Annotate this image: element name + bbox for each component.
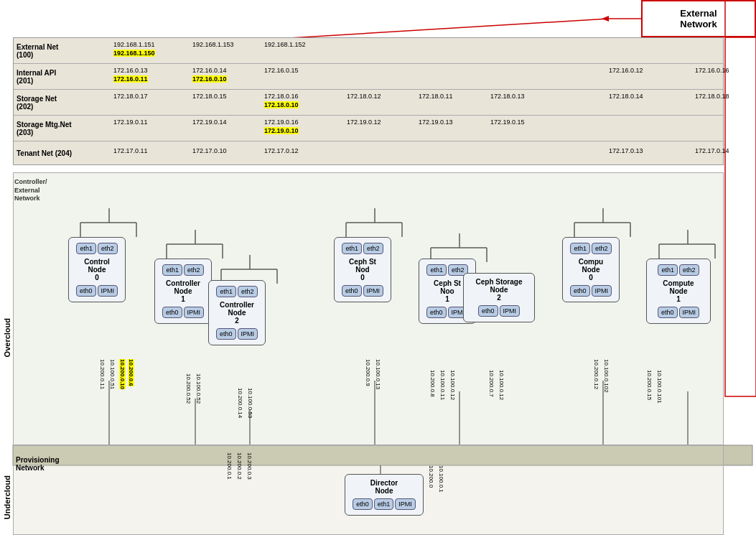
ceph1-eth0: eth0 [426,307,447,318]
ext-ip-highlight: 192.168.1.150 [113,50,155,57]
compute-node-1: eth1 eth2 ComputeNode1 eth0 IPMI [646,259,711,324]
cn2-bottom-row: eth0 IPMI [212,327,262,340]
cn0-vip1: 10.200.0.11 [99,359,106,389]
ceph0-eth1: eth1 [342,243,362,254]
cn0-title: ControlNode0 [72,256,122,283]
undercloud-label: Undercloud [3,475,11,519]
main-container: External Network → 192.168.1.1 [0,0,756,535]
comp1-vip2: 10.100.0.101 [656,370,663,404]
cn1-bottom-row: eth0 IPMI [158,306,208,319]
ceph-node-2: Ceph StorageNode2 eth0 IPMI [463,273,535,322]
ceph1-eth1: eth1 [426,264,447,276]
cn1-eth0: eth0 [162,307,182,318]
director-node: DirectorNode eth0 eth1 IPMI [345,474,424,516]
cn2-ipmi: IPMI [238,328,258,340]
cn0-eth0: eth0 [76,285,96,297]
api-ip-3: 172.16.0.15 [264,67,299,74]
dir-conn1: 10.200.0 [428,465,434,488]
cn0-ipmi: IPMI [98,285,118,297]
tenant-net-label: Tenant Net (204) [17,149,92,157]
cn1-title: ControllerNode1 [158,278,208,304]
controller-node-1: eth1 eth2 ControllerNode1 eth0 IPMI [154,259,212,324]
director-eth0: eth0 [353,498,373,510]
stor-ip-1: 172.18.0.17 [113,93,148,100]
comp0-vip2: 10.100.0.102 [603,359,610,393]
stor-ip-highlight: 172.18.0.10 [264,101,299,108]
smgmt-ip-2: 172.19.0.14 [192,118,227,126]
stor-ip-4: 172.18.0.12 [347,93,381,100]
cn1-eth2: eth2 [184,264,204,276]
cn1-vip2: 10.100.0.52 [195,373,202,404]
tenant-ip-4: 172.17.0.13 [609,147,643,154]
cn2-eth1: eth1 [216,286,236,297]
director-eth-row: eth0 eth1 IPMI [348,498,420,511]
ceph0-eth-row: eth1 eth2 [337,242,388,255]
cn0-vip4: 10.200.0.6 [128,359,134,386]
comp1-eth0: eth0 [658,307,678,318]
cn1-vip1: 10.200.0.52 [185,373,192,404]
network-table: External Net(100) 192.168.1.151 192.168.… [13,37,724,165]
cn2-vip1: 10.200.0.14 [237,388,243,418]
api-ip-5: 172.16.0.16 [695,67,729,74]
ceph2-title: Ceph StorageNode2 [467,276,531,303]
cn0-bottom-row: eth0 IPMI [72,284,122,297]
storage-mgmt-row: Storage Mtg.Net(203) 172.19.0.11 172.19.… [14,116,723,141]
smgmt-ip-4: 172.19.0.12 [347,118,381,126]
ceph2-vip1: 10.200.0.7 [488,370,495,397]
stor-ip-8: 172.18.0.18 [695,93,729,100]
dir-vip1: 10.200.0.1 [226,452,233,480]
controller-node-0: eth1 eth2 ControlNode0 eth0 IPMI [68,237,126,302]
cn2-eth2: eth2 [238,286,258,297]
api-ip-2: 172.16.0.14 [192,67,227,74]
comp0-eth-row: eth1 eth2 [566,242,616,255]
storage-mgmt-label: Storage Mtg.Net(203) [17,121,92,136]
api-ip-highlight1: 172.16.0.11 [113,75,148,83]
comp0-title: CompuNode0 [566,256,616,283]
controller-node-2: eth1 eth2 ControllerNode2 eth0 IPMI [208,280,266,345]
cn0-eth-row: eth1 eth2 [72,242,122,255]
director-ipmi: IPMI [395,498,416,510]
external-net-row: External Net(100) 192.168.1.151 192.168.… [14,38,723,64]
cn2-eth-row: eth1 eth2 [212,285,262,298]
dir-vip2: 10.200.0.2 [236,452,243,480]
external-net-label: External Net(100) [17,43,92,59]
comp0-eth0: eth0 [570,285,590,297]
ceph1-vip2: 10.100.0.11 [439,370,446,400]
provisioning-label: ProvisioningNetwork [16,456,60,472]
cn1-ipmi: IPMI [184,307,205,318]
ceph2-vip2: 10.100.0.12 [498,370,505,400]
tenant-net-row: Tenant Net (204) 172.17.0.11 172.17.0.10… [14,141,723,164]
storage-net-label: Storage Net(202) [17,95,92,111]
comp1-eth-row: eth1 eth2 [650,264,707,276]
api-ip-highlight2: 172.16.0.10 [192,75,227,83]
tenant-ip-2: 172.17.0.10 [192,147,227,154]
stor-ip-2: 172.18.0.15 [192,93,227,100]
ceph2-eth0: eth0 [478,305,498,317]
comp1-eth1: eth1 [658,264,678,276]
ceph2-ipmi: IPMI [500,305,521,317]
cn0-eth2: eth2 [98,243,118,254]
smgmt-ip-6: 172.19.0.15 [490,118,525,126]
api-ip-1: 172.16.0.13 [113,67,148,74]
compute-node-0: eth1 eth2 CompuNode0 eth0 IPMI [562,237,620,302]
ceph1-vip1: 10.200.0.8 [429,370,436,397]
stor-ip-5: 172.18.0.11 [419,93,453,100]
ceph0-title: Ceph StNod0 [337,256,388,283]
tenant-ip-1: 172.17.0.11 [113,147,148,154]
smgmt-ip-3: 172.19.0.16 [264,118,299,126]
cn0-vip2: 10.100.0.51 [109,359,116,389]
storage-net-row: Storage Net(202) 172.18.0.17 172.18.0.15… [14,90,723,116]
ext-ip-1: 192.168.1.151 [113,41,155,48]
ceph0-eth2: eth2 [363,243,383,254]
cn1-eth1: eth1 [162,264,182,276]
stor-ip-7: 172.18.0.14 [609,93,643,100]
smgmt-ip-1: 172.19.0.11 [113,118,148,126]
ext-ip-3: 192.168.1.152 [264,41,306,48]
comp1-ipmi: IPMI [679,307,700,318]
ceph0-ipmi: IPMI [363,285,384,297]
comp1-eth2: eth2 [679,264,699,276]
ceph0-eth0: eth0 [342,285,362,297]
ceph0-vip1: 10.200.0.9 [365,359,371,386]
ext-ip-2: 192.168.1.153 [192,41,234,48]
overcloud-section: Overcloud [1,223,13,452]
